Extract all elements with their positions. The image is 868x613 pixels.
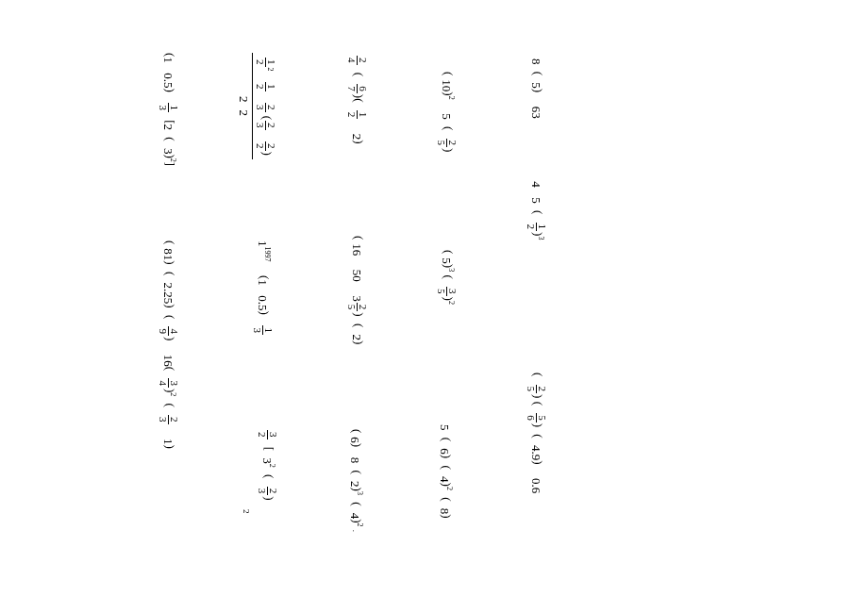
expr-r1-right: ( 25) ( 56) ( 4.9) 0.6 [526,373,547,613]
t: 5 [529,82,543,89]
expr-r4-right: 32 [ 32 ( 23) [257,429,278,613]
t: 63 [529,107,543,119]
expr-r5-mid: (81) ( 2.25) ( 49) 16( 34)2 ( 23 1) [158,240,179,547]
frac: 1 2 [526,223,547,232]
frac: 1 2 [346,110,368,120]
frac: 2 4 [346,56,368,65]
left-column: 8 ( 5) 63 4 5 ( 1 2 )3 (10)2 5 ( 2 5 ) [0,0,613,306]
frac: 2 5 [436,139,458,148]
expr-r3-right: (6) 8 ( 2)3 ( 4)2 . [349,429,363,613]
expr-r2-right: 5 ( 6) ( 4)2 ( 8) [439,424,453,613]
frac: 6 7 [346,84,368,93]
t: 5 [529,197,543,204]
frac: 1 3 [158,103,179,112]
rotated-page: 8 ( 5) 63 4 5 ( 1 2 )3 (10)2 5 ( 2 5 ) [0,0,613,613]
expr-r4-right-foot: 2 [242,509,250,613]
t: 4 [529,181,543,188]
right-column: ( 25) ( 56) ( 4.9) 0.6 (5)3 ( 35)2 5 ( 6… [0,306,613,613]
t: 8 [529,58,543,65]
bigfrac: 122 12 23 (23 22) 22 [236,53,278,159]
